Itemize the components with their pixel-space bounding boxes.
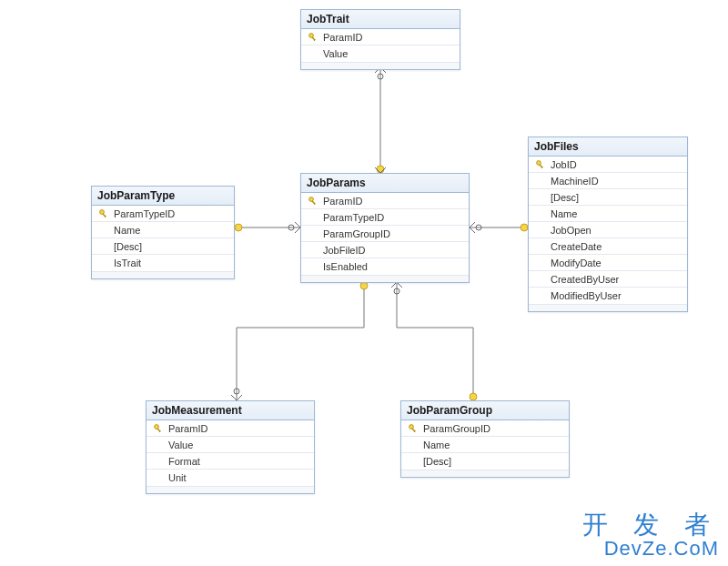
table-jobtrait[interactable]: JobTrait ParamIDValue	[300, 9, 460, 70]
column-name: ParamID	[321, 196, 465, 207]
watermark-line2: DevZe.CoM	[582, 538, 719, 559]
column-name: MachineID	[549, 176, 683, 187]
svg-point-7	[476, 225, 481, 230]
column-name: ModifiedByUser	[549, 290, 683, 301]
table-title: JobParamType	[92, 187, 234, 206]
column-row[interactable]: JobFileID	[301, 242, 469, 258]
primary-key-icon	[150, 423, 167, 434]
table-jobparamtype[interactable]: JobParamType ParamTypeIDName[Desc]IsTrai…	[91, 186, 235, 279]
svg-point-9	[234, 389, 239, 394]
svg-point-4	[235, 224, 242, 231]
column-name: CreateDate	[549, 241, 683, 252]
column-row[interactable]: Unit	[147, 470, 314, 486]
table-jobparams[interactable]: JobParams ParamIDParamTypeIDParamGroupID…	[300, 173, 470, 283]
column-name: JobID	[549, 159, 683, 170]
svg-point-10	[360, 282, 368, 289]
column-name: Unit	[167, 472, 310, 483]
table-title: JobParams	[301, 174, 469, 193]
column-name: ParamID	[321, 32, 456, 43]
column-name: ParamTypeID	[112, 208, 230, 219]
svg-point-2	[377, 166, 384, 173]
table-footer	[301, 275, 469, 282]
er-diagram-canvas: JobTrait ParamIDValue JobParamType Param…	[0, 0, 728, 566]
table-footer	[301, 62, 460, 69]
table-columns: ParamTypeIDName[Desc]IsTrait	[92, 206, 234, 271]
column-row[interactable]: CreatedByUser	[529, 271, 687, 288]
table-title: JobParamGroup	[401, 401, 569, 420]
column-row[interactable]: JobID	[529, 157, 687, 173]
column-name: ParamTypeID	[321, 212, 465, 223]
column-row[interactable]: Name	[529, 206, 687, 222]
primary-key-icon	[405, 423, 421, 434]
table-columns: ParamIDValueFormatUnit	[147, 420, 314, 486]
column-name: Value	[321, 48, 456, 59]
column-row[interactable]: IsTrait	[92, 255, 234, 271]
column-row[interactable]: Value	[301, 45, 460, 62]
watermark-line1: 开 发 者	[582, 511, 719, 538]
column-name: Name	[421, 440, 565, 450]
svg-point-11	[470, 393, 477, 400]
column-row[interactable]: ParamGroupID	[301, 226, 469, 242]
column-row[interactable]: Name	[401, 437, 569, 453]
primary-key-icon	[305, 32, 321, 43]
table-footer	[92, 271, 234, 278]
svg-point-5	[288, 225, 294, 230]
column-row[interactable]: ModifyDate	[529, 255, 687, 271]
watermark: 开 发 者 DevZe.CoM	[582, 511, 719, 559]
column-name: IsEnabled	[321, 261, 465, 272]
svg-point-12	[394, 288, 399, 294]
table-jobfiles[interactable]: JobFiles JobIDMachineID[Desc]NameJobOpen…	[528, 136, 688, 312]
svg-point-16	[100, 209, 105, 214]
column-row[interactable]: JobOpen	[529, 222, 687, 238]
column-row[interactable]: ParamID	[301, 193, 469, 209]
primary-key-icon	[96, 208, 112, 219]
column-name: JobOpen	[549, 225, 683, 236]
column-row[interactable]: MachineID	[529, 173, 687, 189]
table-columns: ParamGroupIDName[Desc]	[401, 420, 569, 470]
column-name: Value	[167, 440, 310, 450]
primary-key-icon	[305, 196, 321, 207]
column-row[interactable]: Value	[147, 437, 314, 453]
column-row[interactable]: ParamID	[301, 29, 460, 45]
column-name: [Desc]	[549, 192, 683, 203]
table-jobmeasurement[interactable]: JobMeasurement ParamIDValueFormatUnit	[146, 400, 315, 494]
table-jobparamgroup[interactable]: JobParamGroup ParamGroupIDName[Desc]	[400, 400, 570, 478]
column-name: IsTrait	[112, 258, 230, 268]
svg-point-8	[521, 224, 528, 231]
column-row[interactable]: ParamGroupID	[401, 420, 569, 437]
column-name: JobFileID	[321, 245, 465, 256]
table-footer	[147, 486, 314, 493]
column-row[interactable]: [Desc]	[529, 189, 687, 206]
column-row[interactable]: ModifiedByUser	[529, 288, 687, 304]
table-footer	[401, 470, 569, 477]
table-columns: ParamIDParamTypeIDParamGroupIDJobFileIDI…	[301, 193, 469, 275]
column-name: [Desc]	[421, 456, 565, 467]
column-name: [Desc]	[112, 241, 230, 252]
column-row[interactable]: IsEnabled	[301, 258, 469, 275]
column-name: Name	[112, 225, 230, 236]
column-name: CreatedByUser	[549, 274, 683, 285]
column-row[interactable]: [Desc]	[92, 238, 234, 255]
primary-key-icon	[532, 159, 549, 170]
column-row[interactable]: Format	[147, 453, 314, 470]
column-name: ModifyDate	[549, 258, 683, 268]
column-name: Format	[167, 456, 310, 467]
table-columns: ParamIDValue	[301, 29, 460, 62]
column-row[interactable]: CreateDate	[529, 238, 687, 255]
column-name: Name	[549, 208, 683, 219]
table-footer	[529, 304, 687, 311]
table-title: JobMeasurement	[147, 401, 314, 420]
column-name: ParamID	[167, 423, 310, 434]
column-name: ParamGroupID	[321, 228, 465, 239]
column-row[interactable]: ParamID	[147, 420, 314, 437]
column-row[interactable]: ParamTypeID	[92, 206, 234, 222]
column-row[interactable]: [Desc]	[401, 453, 569, 470]
table-title: JobFiles	[529, 137, 687, 157]
svg-point-1	[378, 74, 383, 79]
column-row[interactable]: Name	[92, 222, 234, 238]
table-title: JobTrait	[301, 10, 460, 29]
column-name: ParamGroupID	[421, 423, 565, 434]
column-row[interactable]: ParamTypeID	[301, 209, 469, 226]
table-columns: JobIDMachineID[Desc]NameJobOpenCreateDat…	[529, 157, 687, 304]
